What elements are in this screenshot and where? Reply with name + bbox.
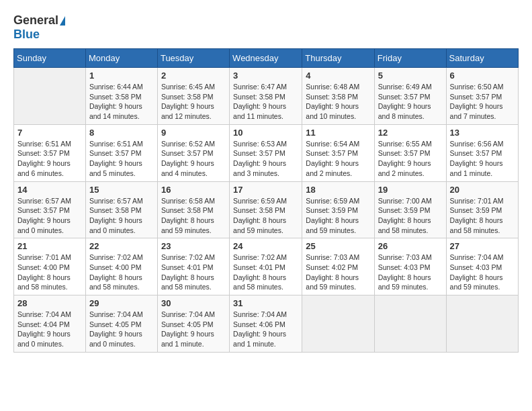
day-info: Sunrise: 7:02 AMSunset: 4:01 PMDaylight:… bbox=[233, 253, 298, 292]
day-number: 14 bbox=[17, 185, 82, 195]
calendar-cell: 16Sunrise: 6:58 AMSunset: 3:58 PMDayligh… bbox=[157, 181, 229, 238]
day-info: Sunrise: 6:50 AMSunset: 3:57 PMDaylight:… bbox=[450, 82, 515, 122]
calendar-cell: 10Sunrise: 6:53 AMSunset: 3:57 PMDayligh… bbox=[230, 124, 302, 181]
calendar-cell: 20Sunrise: 7:01 AMSunset: 3:59 PMDayligh… bbox=[446, 181, 518, 238]
day-number: 1 bbox=[89, 71, 154, 81]
day-number: 19 bbox=[378, 185, 443, 195]
calendar-cell: 23Sunrise: 7:02 AMSunset: 4:01 PMDayligh… bbox=[157, 238, 229, 295]
day-number: 4 bbox=[306, 71, 370, 81]
day-number: 25 bbox=[306, 241, 370, 251]
calendar-week-5: 28Sunrise: 7:04 AMSunset: 4:04 PMDayligh… bbox=[14, 295, 519, 353]
day-number: 21 bbox=[17, 241, 82, 251]
calendar-cell: 26Sunrise: 7:03 AMSunset: 4:03 PMDayligh… bbox=[374, 238, 446, 295]
day-number: 29 bbox=[89, 298, 154, 308]
day-info: Sunrise: 6:51 AMSunset: 3:57 PMDaylight:… bbox=[89, 139, 154, 179]
day-number: 31 bbox=[233, 298, 298, 308]
calendar-cell bbox=[302, 295, 374, 353]
day-info: Sunrise: 6:53 AMSunset: 3:57 PMDaylight:… bbox=[233, 139, 298, 179]
calendar-cell: 30Sunrise: 7:04 AMSunset: 4:05 PMDayligh… bbox=[157, 295, 229, 353]
day-info: Sunrise: 7:01 AMSunset: 3:59 PMDaylight:… bbox=[450, 196, 515, 236]
calendar-week-3: 14Sunrise: 6:57 AMSunset: 3:57 PMDayligh… bbox=[14, 181, 519, 238]
calendar-cell: 29Sunrise: 7:04 AMSunset: 4:05 PMDayligh… bbox=[85, 295, 157, 353]
day-info: Sunrise: 6:47 AMSunset: 3:58 PMDaylight:… bbox=[233, 82, 298, 122]
calendar-cell: 17Sunrise: 6:59 AMSunset: 3:58 PMDayligh… bbox=[230, 181, 302, 238]
calendar-cell: 13Sunrise: 6:56 AMSunset: 3:57 PMDayligh… bbox=[446, 124, 518, 181]
day-info: Sunrise: 6:52 AMSunset: 3:57 PMDaylight:… bbox=[161, 139, 226, 179]
header-day-tuesday: Tuesday bbox=[157, 49, 229, 68]
day-info: Sunrise: 7:01 AMSunset: 4:00 PMDaylight:… bbox=[17, 253, 82, 292]
calendar-week-4: 21Sunrise: 7:01 AMSunset: 4:00 PMDayligh… bbox=[14, 238, 519, 295]
calendar-header-row: SundayMondayTuesdayWednesdayThursdayFrid… bbox=[14, 49, 519, 68]
day-number: 5 bbox=[378, 71, 443, 81]
day-info: Sunrise: 6:51 AMSunset: 3:57 PMDaylight:… bbox=[17, 139, 82, 179]
calendar-cell: 2Sunrise: 6:45 AMSunset: 3:58 PMDaylight… bbox=[157, 68, 229, 125]
calendar-cell bbox=[374, 295, 446, 353]
header-day-sunday: Sunday bbox=[14, 49, 86, 68]
logo-blue: Blue bbox=[13, 28, 40, 42]
day-number: 16 bbox=[161, 185, 226, 195]
day-info: Sunrise: 6:49 AMSunset: 3:57 PMDaylight:… bbox=[378, 82, 443, 122]
calendar-cell: 25Sunrise: 7:03 AMSunset: 4:02 PMDayligh… bbox=[302, 238, 374, 295]
day-info: Sunrise: 7:04 AMSunset: 4:05 PMDaylight:… bbox=[161, 310, 226, 349]
day-number: 3 bbox=[233, 71, 298, 81]
calendar-cell: 9Sunrise: 6:52 AMSunset: 3:57 PMDaylight… bbox=[157, 124, 229, 181]
day-number: 11 bbox=[306, 128, 370, 138]
day-info: Sunrise: 6:59 AMSunset: 3:59 PMDaylight:… bbox=[306, 196, 370, 236]
day-info: Sunrise: 6:55 AMSunset: 3:57 PMDaylight:… bbox=[378, 139, 443, 179]
day-info: Sunrise: 6:57 AMSunset: 3:57 PMDaylight:… bbox=[17, 196, 82, 236]
calendar-week-2: 7Sunrise: 6:51 AMSunset: 3:57 PMDaylight… bbox=[14, 124, 519, 181]
calendar-cell: 3Sunrise: 6:47 AMSunset: 3:58 PMDaylight… bbox=[230, 68, 302, 125]
day-info: Sunrise: 7:02 AMSunset: 4:00 PMDaylight:… bbox=[89, 253, 154, 292]
day-number: 6 bbox=[450, 71, 515, 81]
calendar-cell: 1Sunrise: 6:44 AMSunset: 3:58 PMDaylight… bbox=[85, 68, 157, 125]
header-day-saturday: Saturday bbox=[446, 49, 518, 68]
calendar-cell: 5Sunrise: 6:49 AMSunset: 3:57 PMDaylight… bbox=[374, 68, 446, 125]
day-info: Sunrise: 6:59 AMSunset: 3:58 PMDaylight:… bbox=[233, 196, 298, 236]
day-info: Sunrise: 7:03 AMSunset: 4:03 PMDaylight:… bbox=[378, 253, 443, 292]
calendar-table: SundayMondayTuesdayWednesdayThursdayFrid… bbox=[13, 48, 519, 353]
calendar-cell: 18Sunrise: 6:59 AMSunset: 3:59 PMDayligh… bbox=[302, 181, 374, 238]
day-info: Sunrise: 6:57 AMSunset: 3:58 PMDaylight:… bbox=[89, 196, 154, 236]
day-info: Sunrise: 6:54 AMSunset: 3:57 PMDaylight:… bbox=[306, 139, 370, 179]
calendar-week-1: 1Sunrise: 6:44 AMSunset: 3:58 PMDaylight… bbox=[14, 68, 519, 125]
day-number: 9 bbox=[161, 128, 226, 138]
header-day-monday: Monday bbox=[85, 49, 157, 68]
day-number: 10 bbox=[233, 128, 298, 138]
calendar-cell: 11Sunrise: 6:54 AMSunset: 3:57 PMDayligh… bbox=[302, 124, 374, 181]
calendar-cell: 28Sunrise: 7:04 AMSunset: 4:04 PMDayligh… bbox=[14, 295, 86, 353]
calendar-cell: 14Sunrise: 6:57 AMSunset: 3:57 PMDayligh… bbox=[14, 181, 86, 238]
calendar-cell: 22Sunrise: 7:02 AMSunset: 4:00 PMDayligh… bbox=[85, 238, 157, 295]
day-number: 22 bbox=[89, 241, 154, 251]
calendar-cell bbox=[14, 68, 86, 125]
header-day-wednesday: Wednesday bbox=[230, 49, 302, 68]
day-number: 26 bbox=[378, 241, 443, 251]
logo-icon bbox=[60, 16, 65, 26]
day-number: 8 bbox=[89, 128, 154, 138]
calendar-cell: 27Sunrise: 7:04 AMSunset: 4:03 PMDayligh… bbox=[446, 238, 518, 295]
day-info: Sunrise: 7:00 AMSunset: 3:59 PMDaylight:… bbox=[378, 196, 443, 236]
header-day-friday: Friday bbox=[374, 49, 446, 68]
day-info: Sunrise: 7:02 AMSunset: 4:01 PMDaylight:… bbox=[161, 253, 226, 292]
calendar-cell: 19Sunrise: 7:00 AMSunset: 3:59 PMDayligh… bbox=[374, 181, 446, 238]
calendar-cell bbox=[446, 295, 518, 353]
day-info: Sunrise: 6:58 AMSunset: 3:58 PMDaylight:… bbox=[161, 196, 226, 236]
logo-general: General bbox=[13, 13, 58, 28]
calendar-cell: 12Sunrise: 6:55 AMSunset: 3:57 PMDayligh… bbox=[374, 124, 446, 181]
day-number: 18 bbox=[306, 185, 370, 195]
day-number: 30 bbox=[161, 298, 226, 308]
day-info: Sunrise: 7:04 AMSunset: 4:04 PMDaylight:… bbox=[17, 310, 82, 349]
day-number: 24 bbox=[233, 241, 298, 251]
calendar-body: 1Sunrise: 6:44 AMSunset: 3:58 PMDaylight… bbox=[14, 68, 519, 353]
day-info: Sunrise: 7:04 AMSunset: 4:03 PMDaylight:… bbox=[450, 253, 515, 292]
day-number: 17 bbox=[233, 185, 298, 195]
day-number: 20 bbox=[450, 185, 515, 195]
day-number: 13 bbox=[450, 128, 515, 138]
logo: General Blue bbox=[13, 13, 65, 42]
day-info: Sunrise: 6:48 AMSunset: 3:58 PMDaylight:… bbox=[306, 82, 370, 122]
day-info: Sunrise: 7:04 AMSunset: 4:05 PMDaylight:… bbox=[89, 310, 154, 349]
day-number: 2 bbox=[161, 71, 226, 81]
calendar-cell: 15Sunrise: 6:57 AMSunset: 3:58 PMDayligh… bbox=[85, 181, 157, 238]
day-info: Sunrise: 6:44 AMSunset: 3:58 PMDaylight:… bbox=[89, 82, 154, 122]
day-number: 27 bbox=[450, 241, 515, 251]
header-day-thursday: Thursday bbox=[302, 49, 374, 68]
